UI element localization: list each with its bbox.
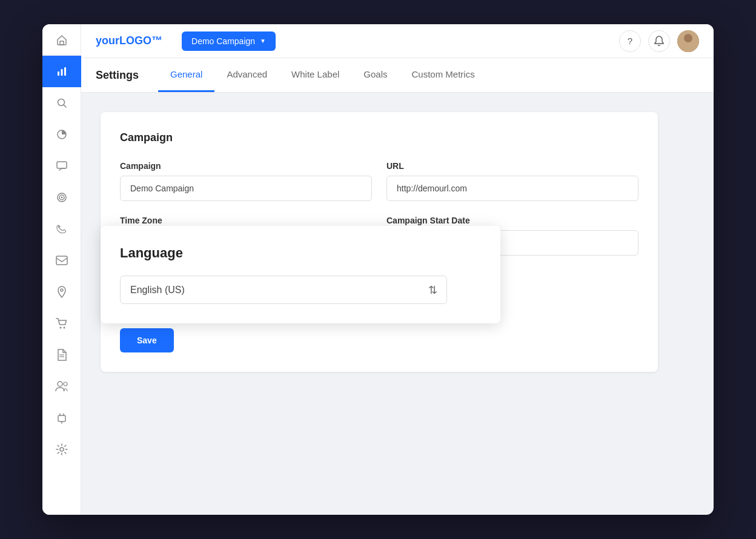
language-select-wrapper: English (US) English (UK) French German …: [120, 276, 447, 304]
language-select[interactable]: English (US) English (UK) French German …: [120, 276, 447, 304]
campaign-name-label: Campaign: [120, 161, 372, 171]
sidebar-item-cart[interactable]: [42, 308, 81, 339]
page-title: Settings: [96, 59, 139, 91]
url-group: URL: [386, 161, 638, 201]
tab-goals[interactable]: Goals: [351, 58, 399, 92]
bell-icon: [654, 36, 664, 47]
sidebar-item-phone[interactable]: [42, 213, 81, 245]
sidebar-item-doc[interactable]: [42, 339, 81, 371]
tab-white-label-label: White Label: [291, 69, 339, 79]
tab-advanced[interactable]: Advanced: [214, 58, 279, 92]
tab-general[interactable]: General: [158, 58, 214, 92]
svg-point-17: [58, 382, 62, 386]
sidebar-item-analytics[interactable]: [42, 56, 81, 87]
campaign-dropdown[interactable]: Demo Campaign ▼: [182, 31, 276, 51]
svg-rect-11: [56, 256, 67, 265]
tab-custom-metrics[interactable]: Custom Metrics: [400, 58, 487, 92]
logo: yourLOGO™: [96, 35, 162, 47]
svg-rect-2: [61, 69, 62, 76]
sidebar-item-mail[interactable]: [42, 245, 81, 276]
logo-brand: LOGO™: [119, 35, 162, 47]
language-overlay: Language English (US) English (UK) Frenc…: [101, 226, 500, 323]
main-content: yourLOGO™ Demo Campaign ▼ ?: [81, 24, 714, 515]
user-avatar[interactable]: [677, 30, 699, 52]
header: yourLOGO™ Demo Campaign ▼ ?: [81, 24, 714, 58]
sidebar-item-settings[interactable]: [42, 434, 81, 465]
help-icon: ?: [628, 36, 632, 46]
svg-point-10: [61, 197, 62, 199]
svg-point-4: [58, 99, 64, 106]
sidebar-item-location[interactable]: [42, 276, 81, 308]
avatar-image: [677, 30, 699, 52]
tab-general-label: General: [170, 69, 202, 79]
campaign-dropdown-label: Demo Campaign: [191, 36, 255, 46]
logo-text: your: [96, 35, 119, 47]
tab-goals-label: Goals: [363, 69, 387, 79]
svg-rect-19: [58, 415, 65, 422]
sidebar: [42, 24, 81, 515]
svg-point-13: [59, 327, 61, 329]
campaign-section-title: Campaign: [120, 131, 638, 144]
sidebar-item-pie[interactable]: [42, 119, 81, 150]
svg-point-26: [681, 45, 695, 52]
save-button[interactable]: Save: [120, 328, 174, 352]
main-window: yourLOGO™ Demo Campaign ▼ ?: [42, 24, 714, 515]
sidebar-item-target[interactable]: [42, 182, 81, 213]
tab-advanced-label: Advanced: [227, 69, 267, 79]
sidebar-item-search[interactable]: [42, 87, 81, 119]
save-button-row: Save: [120, 323, 638, 352]
svg-point-25: [684, 34, 692, 42]
sidebar-item-users[interactable]: [42, 371, 81, 402]
svg-point-12: [61, 289, 63, 291]
start-date-label: Campaign Start Date: [386, 216, 638, 225]
dropdown-arrow-icon: ▼: [260, 38, 266, 44]
save-button-label: Save: [137, 336, 157, 345]
svg-line-5: [64, 105, 66, 108]
svg-rect-0: [60, 41, 64, 45]
campaign-name-input[interactable]: [120, 176, 372, 201]
tab-white-label[interactable]: White Label: [279, 58, 351, 92]
sidebar-item-plugin[interactable]: [42, 402, 81, 434]
url-label: URL: [386, 161, 638, 171]
notifications-button[interactable]: [648, 30, 670, 52]
header-actions: ?: [619, 30, 699, 52]
language-section-title: Language: [120, 245, 481, 261]
svg-point-18: [64, 382, 67, 386]
svg-point-14: [63, 327, 65, 329]
svg-rect-1: [58, 71, 59, 76]
svg-point-23: [60, 448, 64, 451]
svg-rect-7: [57, 162, 67, 168]
help-button[interactable]: ?: [619, 30, 641, 52]
content-area: Campaign Campaign URL Time Zone: [81, 93, 714, 515]
svg-rect-3: [64, 67, 66, 76]
sidebar-item-chat[interactable]: [42, 150, 81, 182]
campaign-name-group: Campaign: [120, 161, 372, 201]
url-input[interactable]: [386, 176, 638, 201]
tab-bar: Settings General Advanced White Label Go…: [81, 58, 714, 93]
tab-custom-metrics-label: Custom Metrics: [412, 69, 475, 79]
timezone-label: Time Zone: [120, 216, 372, 225]
campaign-url-row: Campaign URL: [120, 161, 638, 201]
sidebar-item-home[interactable]: [42, 24, 81, 56]
